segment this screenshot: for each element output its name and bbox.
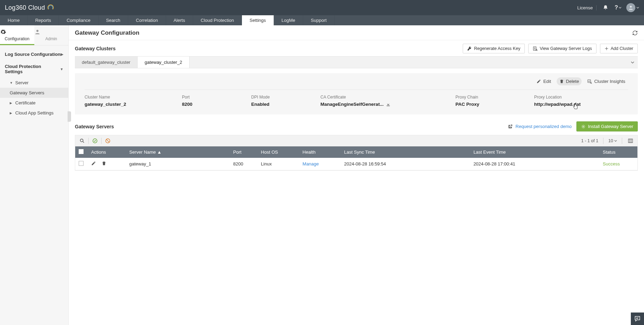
svg-point-1	[36, 30, 38, 32]
proxy-loc-value: http://wpad/wpad.dat	[534, 102, 628, 107]
sidenav-log-source[interactable]: Log Source Configuration ▶	[0, 48, 68, 60]
cluster-tab-2[interactable]: gateway_cluster_2	[138, 57, 189, 68]
install-gateway-button[interactable]: Install Gateway Server	[576, 121, 638, 131]
col-actions: Actions	[88, 146, 126, 158]
clusters-header: Gateway Clusters Regenerate Access Key V…	[69, 40, 644, 56]
nav-tab-settings[interactable]: Settings	[242, 15, 274, 25]
sort-asc-icon: ▲	[157, 149, 162, 155]
logo: Log360 Cloud	[5, 4, 53, 11]
logo-swirl-icon	[47, 5, 53, 11]
nav-tab-compliance[interactable]: Compliance	[59, 15, 98, 25]
gear-icon	[0, 29, 34, 35]
cluster-insights-button[interactable]: Cluster Insights	[584, 77, 628, 85]
subtab-configuration[interactable]: Configuration	[0, 25, 34, 45]
install-icon	[581, 124, 586, 129]
edit-cluster-button[interactable]: Edit	[534, 77, 554, 85]
license-link[interactable]: License	[577, 5, 597, 10]
cluster-tab-default[interactable]: default_gateway_cluster	[75, 57, 138, 68]
health-manage-link[interactable]: Manage	[303, 161, 319, 166]
sidenav-certificate[interactable]: ▶ Certificate	[0, 98, 68, 108]
subtab-admin[interactable]: Admin	[34, 25, 69, 45]
servers-table-wrap: 1 - 1 of 1 10 Actions Server Name ▲	[75, 135, 638, 171]
cluster-card: Edit Delete Cluster Insights Cluster Nam…	[75, 73, 638, 114]
search-icon[interactable]	[79, 137, 86, 144]
proxy-loc-label: Proxy Location	[534, 95, 628, 100]
clusters-title: Gateway Clusters	[75, 46, 116, 51]
port-label: Port	[182, 95, 248, 100]
chat-fab[interactable]	[631, 313, 644, 325]
row-checkbox[interactable]	[79, 161, 84, 166]
svg-point-3	[536, 49, 537, 51]
nav-tab-reports[interactable]: Reports	[28, 15, 59, 25]
cell-port: 8200	[230, 158, 258, 170]
dpi-label: DPI Mode	[251, 95, 317, 100]
nav-tab-home[interactable]: Home	[0, 15, 28, 25]
proxy-chain-label: Proxy Chain	[455, 95, 531, 100]
svg-point-5	[590, 82, 592, 83]
edit-row-icon[interactable]	[91, 161, 96, 166]
sidenav-cloud-protection[interactable]: Cloud Protection Settings ▼	[0, 60, 68, 78]
svg-rect-10	[628, 139, 633, 143]
pencil-icon	[537, 79, 541, 84]
enable-icon[interactable]	[92, 137, 98, 144]
avatar-icon	[626, 3, 635, 12]
subtab-label: Configuration	[5, 36, 29, 41]
col-status[interactable]: Status	[599, 146, 637, 158]
proxy-chain-value: PAC Proxy	[455, 102, 531, 107]
help-icon[interactable]: ?	[615, 5, 621, 11]
col-port[interactable]: Port	[230, 146, 258, 158]
key-icon	[467, 46, 472, 51]
delete-row-icon[interactable]	[102, 161, 106, 166]
cell-host-os: Linux	[258, 158, 299, 170]
columns-icon[interactable]	[627, 137, 634, 144]
sidenav-gateway-servers[interactable]: Gateway Servers	[0, 88, 68, 98]
sidenav-cloud-app[interactable]: ▶ Cloud App Settings	[0, 108, 68, 118]
select-all-checkbox[interactable]	[79, 149, 84, 154]
svg-point-7	[80, 139, 83, 142]
caret-right-icon: ▶	[10, 101, 13, 105]
svg-point-6	[583, 126, 584, 127]
col-last-event[interactable]: Last Event Time	[470, 146, 599, 158]
disable-icon[interactable]	[104, 137, 111, 144]
dpi-value: Enabled	[251, 102, 317, 107]
nav-tab-cloud-protection[interactable]: Cloud Protection	[193, 15, 242, 25]
ca-label: CA Certificate	[321, 95, 452, 100]
settings-sidebar: Configuration Admin Log Source Configura…	[0, 25, 69, 325]
page-size-select[interactable]: 10	[608, 138, 617, 143]
trash-icon	[559, 79, 564, 84]
svg-point-0	[630, 6, 632, 8]
nav-tab-logme[interactable]: LogMe	[274, 15, 303, 25]
servers-header: Gateway Servers Request personalized dem…	[69, 119, 644, 135]
chevron-right-icon: ▶	[61, 52, 63, 56]
cell-last-sync: 2024-08-28 16:59:54	[341, 158, 470, 170]
cluster-name-value: gateway_cluster_2	[85, 102, 179, 107]
col-last-sync[interactable]: Last Sync Time	[341, 146, 470, 158]
sidenav-server[interactable]: ▼ Server	[0, 78, 68, 88]
add-cluster-button[interactable]: Add Cluster	[600, 44, 638, 53]
bell-icon[interactable]	[601, 3, 610, 12]
cell-server-name: gateway_1	[126, 158, 230, 170]
cluster-tabs-expand[interactable]	[627, 59, 638, 66]
col-host-os[interactable]: Host OS	[258, 146, 299, 158]
delete-cluster-button[interactable]: Delete	[557, 77, 582, 85]
nav-tab-alerts[interactable]: Alerts	[166, 15, 193, 25]
refresh-icon[interactable]	[632, 30, 638, 36]
demo-link[interactable]: Request personalized demo	[515, 124, 572, 129]
svg-rect-4	[588, 79, 591, 82]
regenerate-key-button[interactable]: Regenerate Access Key	[463, 44, 525, 53]
admin-icon	[34, 29, 69, 35]
caret-right-icon: ▶	[10, 111, 13, 115]
user-menu[interactable]	[626, 3, 639, 12]
pagination-text: 1 - 1 of 1	[581, 138, 598, 143]
subtab-label: Admin	[45, 36, 57, 41]
col-health[interactable]: Health	[299, 146, 341, 158]
nav-tab-support[interactable]: Support	[303, 15, 335, 25]
nav-tab-search[interactable]: Search	[98, 15, 128, 25]
download-icon[interactable]	[386, 102, 391, 107]
col-server-name[interactable]: Server Name ▲	[126, 146, 230, 158]
external-link-icon[interactable]	[508, 124, 513, 129]
main-content: Gateway Configuration Gateway Clusters R…	[69, 25, 644, 325]
nav-tab-correlation[interactable]: Correlation	[128, 15, 166, 25]
view-logs-button[interactable]: View Gateway Server Logs	[528, 44, 597, 53]
cell-last-event: 2024-08-28 17:00:41	[470, 158, 599, 170]
